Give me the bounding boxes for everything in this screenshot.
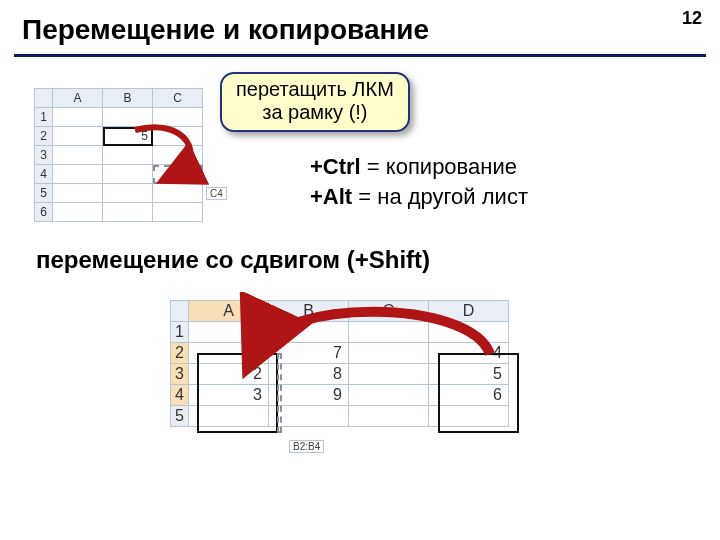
cell: 1	[189, 343, 269, 364]
cell: 5	[429, 364, 509, 385]
sheet-corner	[35, 89, 53, 108]
callout-line1: перетащить ЛКМ	[236, 78, 394, 101]
row-header: 1	[35, 108, 53, 127]
cell: 3	[189, 385, 269, 406]
col-header: C	[153, 89, 203, 108]
spreadsheet-top: A B C 1 25 3 4 5 6	[34, 88, 203, 222]
row-header: 6	[35, 203, 53, 222]
col-header: B	[103, 89, 153, 108]
cellref-tooltip: C4	[206, 187, 227, 200]
row-header: 4	[35, 165, 53, 184]
col-header: C	[349, 301, 429, 322]
drag-callout: перетащить ЛКМ за рамку (!)	[220, 72, 410, 132]
row-header: 2	[171, 343, 189, 364]
sheet1-table: A B C 1 25 3 4 5 6	[34, 88, 203, 222]
range-tooltip: B2:B4	[289, 440, 324, 453]
slide-title: Перемещение и копирование	[22, 14, 429, 46]
col-header: A	[53, 89, 103, 108]
cell-b2: 5	[103, 127, 153, 146]
hint-alt-key: +Alt	[310, 184, 352, 209]
row-header: 1	[171, 322, 189, 343]
hint-alt-text: = на другой лист	[352, 184, 528, 209]
col-header: B	[269, 301, 349, 322]
cell: 2	[189, 364, 269, 385]
row-header: 3	[171, 364, 189, 385]
cell: 9	[269, 385, 349, 406]
hint-ctrl: +Ctrl = копирование	[310, 154, 517, 180]
cell: 8	[269, 364, 349, 385]
row-header: 5	[171, 406, 189, 427]
row-header: 4	[171, 385, 189, 406]
cell: 7	[269, 343, 349, 364]
row-header: 5	[35, 184, 53, 203]
sheet-corner	[171, 301, 189, 322]
cell: 6	[429, 385, 509, 406]
hint-ctrl-text: = копирование	[361, 154, 517, 179]
row-header: 2	[35, 127, 53, 146]
col-header: A	[189, 301, 269, 322]
row-header: 3	[35, 146, 53, 165]
callout-line2: за рамку (!)	[236, 101, 394, 124]
hint-alt: +Alt = на другой лист	[310, 184, 528, 210]
col-header: D	[429, 301, 509, 322]
page-number: 12	[682, 8, 702, 29]
cell: 4	[429, 343, 509, 364]
hint-ctrl-key: +Ctrl	[310, 154, 361, 179]
sheet2-table: A B C D 1 2 1 7 4 3 2 8 5 4 3 9 6 5	[170, 300, 509, 427]
subtitle: перемещение со сдвигом (+Shift)	[36, 246, 430, 274]
spreadsheet-bottom: A B C D 1 2 1 7 4 3 2 8 5 4 3 9 6 5	[170, 300, 509, 427]
title-underline	[14, 54, 706, 57]
